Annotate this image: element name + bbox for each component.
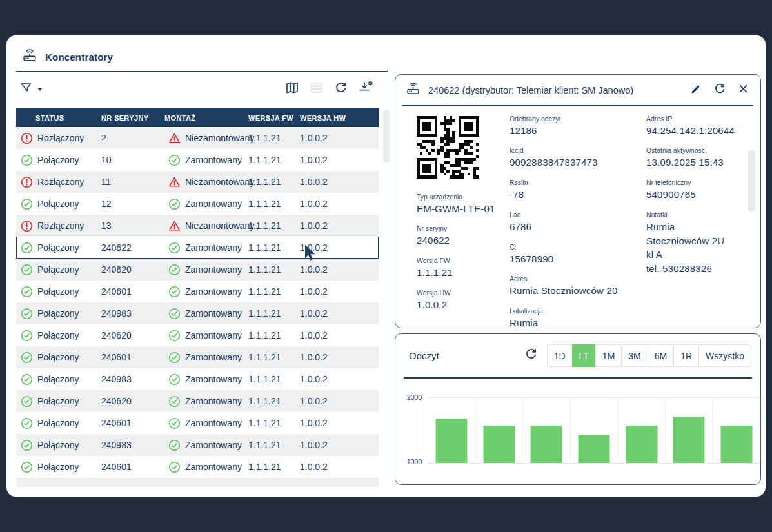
field-label: Wersja FW bbox=[417, 257, 510, 264]
range-button-wszystko[interactable]: Wszystko bbox=[698, 344, 751, 367]
detail-scrollbar[interactable] bbox=[748, 150, 755, 212]
detail-col-2: Odebrany odczyt12186Iccid909288384783747… bbox=[510, 115, 646, 339]
disconnected-icon bbox=[21, 132, 33, 144]
field-value: 12186 bbox=[510, 124, 646, 138]
detail-field: Typ urządzeniaEM-GWM-LTE-01 bbox=[417, 193, 510, 216]
table-row[interactable]: Połączony240983Zamontowany1.1.1.211.0.0.… bbox=[16, 368, 379, 390]
hw-cell: 1.0.0.2 bbox=[300, 286, 379, 297]
export-settings-icon[interactable] bbox=[358, 80, 373, 98]
serial-cell: 240601 bbox=[101, 352, 164, 362]
field-value: -78 bbox=[510, 188, 646, 202]
serial-cell: 10 bbox=[101, 155, 164, 165]
detail-title: 240622 (dystrybutor: Telemiar klient: SM… bbox=[428, 85, 682, 95]
mounted-icon bbox=[168, 286, 181, 298]
montaz-cell: Zamontowany bbox=[164, 417, 248, 429]
range-button-1m[interactable]: 1M bbox=[595, 344, 622, 367]
connected-icon bbox=[21, 439, 33, 451]
detail-field: Rsslin-78 bbox=[510, 179, 646, 202]
qr-code bbox=[417, 116, 479, 179]
serial-cell: 240620 bbox=[101, 330, 164, 340]
hw-cell: 1.0.0.2 bbox=[300, 308, 379, 319]
refresh-icon[interactable] bbox=[334, 81, 348, 97]
mounted-icon bbox=[168, 351, 181, 364]
table-toolbar bbox=[16, 73, 388, 105]
table-row[interactable]: Połączony240601Zamontowany1.1.1.211.0.0.… bbox=[16, 412, 379, 434]
hw-cell: 1.0.0.2 bbox=[300, 462, 379, 472]
chart-header: Odczyt 1DLT1M3M6M1RWszystko bbox=[395, 334, 760, 377]
field-value: Rumia Stoczniowców 2U kl A tel. 53028832… bbox=[646, 220, 735, 276]
table-row[interactable]: Połączony240983Zamontowany1.1.1.211.0.0.… bbox=[16, 302, 379, 324]
fw-cell: 1.1.1.21 bbox=[248, 418, 300, 428]
column-header[interactable]: NR SERYJNY bbox=[101, 114, 164, 122]
chart-bar[interactable] bbox=[436, 419, 468, 463]
range-button-1d[interactable]: 1D bbox=[547, 344, 573, 367]
field-label: Iccid bbox=[510, 146, 646, 154]
range-button-lt[interactable]: LT bbox=[572, 344, 596, 367]
table-row[interactable]: Rozłączony2Niezamontowany1.1.1.211.0.0.2 bbox=[16, 127, 379, 149]
serial-cell: 240601 bbox=[101, 418, 164, 428]
connected-icon bbox=[21, 417, 33, 429]
table-row[interactable]: Rozłączony13Niezamontowany1.1.1.211.0.0.… bbox=[16, 215, 379, 237]
detail-body: Typ urządzeniaEM-GWM-LTE-01Nr seryjny240… bbox=[395, 106, 760, 339]
chart-bar[interactable] bbox=[673, 417, 705, 463]
range-button-3m[interactable]: 3M bbox=[621, 344, 648, 367]
serial-cell: 240983 bbox=[101, 308, 164, 319]
table-row[interactable]: Połączony12Zamontowany1.1.1.211.0.0.2 bbox=[16, 193, 379, 215]
column-header[interactable]: MONTAŻ bbox=[164, 114, 248, 122]
table-row[interactable]: Rozłączony11Niezamontowany1.1.1.211.0.0.… bbox=[16, 171, 379, 193]
column-header[interactable]: WERSJA HW bbox=[300, 114, 379, 122]
table-row[interactable]: Połączony240983Zamontowany1.1.1.211.0.0.… bbox=[16, 434, 379, 456]
table-view-icon[interactable] bbox=[310, 81, 324, 97]
table-row[interactable]: Połączony240601Zamontowany1.1.1.211.0.0.… bbox=[16, 346, 379, 368]
field-label: Adres bbox=[510, 275, 646, 282]
table-row[interactable]: Połączony240620Zamontowany1.1.1.211.0.0.… bbox=[16, 390, 379, 412]
connected-icon bbox=[21, 395, 33, 408]
chart-bar[interactable] bbox=[579, 435, 610, 463]
connected-icon bbox=[21, 198, 33, 210]
filter-button[interactable] bbox=[20, 82, 43, 97]
chart-bar[interactable] bbox=[720, 426, 752, 463]
refresh-icon[interactable] bbox=[713, 83, 726, 98]
status-cell: Rozłączony bbox=[16, 132, 101, 144]
chart-bar[interactable] bbox=[626, 426, 657, 463]
table-row[interactable]: Połączony240620Zamontowany1.1.1.211.0.0.… bbox=[16, 324, 379, 346]
table-row[interactable]: Połączony240622Zamontowany1.1.1.211.0.0.… bbox=[16, 237, 379, 259]
y-tick-2000: 2000 bbox=[404, 393, 422, 401]
table-row[interactable]: Połączony240601Zamontowany1.1.1.211.0.0.… bbox=[16, 281, 379, 302]
map-icon[interactable] bbox=[285, 81, 299, 97]
device-detail-card: 240622 (dystrybutor: Telemiar klient: SM… bbox=[395, 74, 761, 328]
fw-cell: 1.1.1.21 bbox=[248, 352, 300, 362]
table-row[interactable]: Połączony240601Zamontowany1.1.1.211.0.0.… bbox=[16, 456, 379, 478]
fw-cell: 1.1.1.21 bbox=[248, 264, 300, 275]
field-label: Nr seryjny bbox=[417, 224, 510, 232]
range-button-1r[interactable]: 1R bbox=[673, 344, 699, 367]
mounted-icon bbox=[168, 198, 181, 210]
column-header[interactable]: STATUS bbox=[16, 114, 101, 122]
range-button-6m[interactable]: 6M bbox=[648, 344, 674, 367]
table-row-partial bbox=[16, 478, 379, 487]
refresh-icon[interactable] bbox=[524, 348, 538, 364]
edit-pencil-icon[interactable] bbox=[690, 83, 702, 97]
detail-header: 240622 (dystrybutor: Telemiar klient: SM… bbox=[395, 75, 760, 105]
chart-bar[interactable] bbox=[531, 426, 562, 463]
status-cell: Połączony bbox=[16, 264, 101, 276]
chart-title: Odczyt bbox=[409, 350, 439, 361]
column-header[interactable]: WERSJA FW bbox=[248, 114, 300, 122]
fw-cell: 1.1.1.21 bbox=[248, 242, 300, 253]
table-scrollbar[interactable] bbox=[383, 110, 390, 163]
detail-field: Wersja HW1.0.0.2 bbox=[417, 289, 510, 312]
close-icon[interactable] bbox=[738, 83, 749, 97]
chart-bar[interactable] bbox=[483, 426, 515, 463]
serial-cell: 11 bbox=[101, 177, 164, 187]
field-label: Lokalizacja bbox=[510, 307, 646, 315]
status-cell: Połączony bbox=[16, 154, 101, 166]
readings-chart-card: Odczyt 1DLT1M3M6M1RWszystko 2000 1000 bbox=[395, 333, 761, 485]
status-cell: Połączony bbox=[16, 417, 101, 429]
concentrator-router-icon bbox=[23, 48, 37, 65]
table-body: Rozłączony2Niezamontowany1.1.1.211.0.0.2… bbox=[16, 127, 379, 478]
devices-table: STATUSNR SERYJNYMONTAŻWERSJA FWWERSJA HW… bbox=[16, 108, 379, 487]
table-row[interactable]: Połączony240620Zamontowany1.1.1.211.0.0.… bbox=[16, 259, 379, 281]
caret-down-icon bbox=[37, 88, 43, 91]
detail-field: Nr seryjny240622 bbox=[417, 224, 510, 248]
table-row[interactable]: Połączony10Zamontowany1.1.1.211.0.0.2 bbox=[16, 149, 379, 171]
